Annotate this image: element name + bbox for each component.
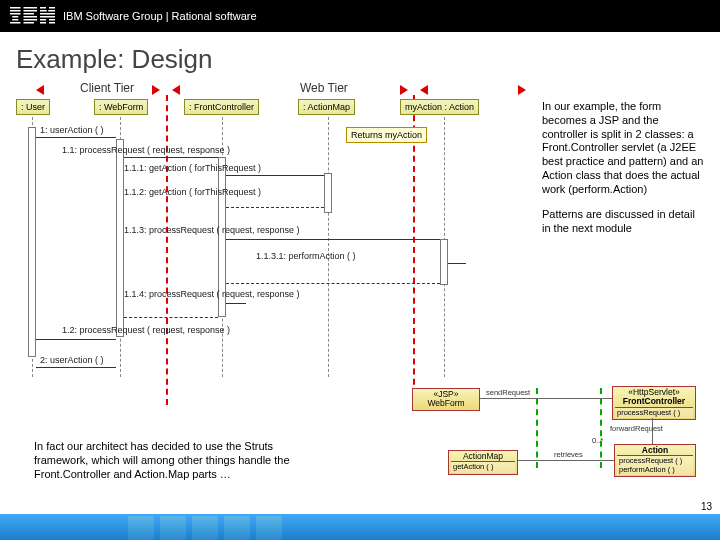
svg-rect-11 [24, 22, 35, 24]
svg-rect-14 [40, 10, 47, 12]
svg-rect-17 [40, 16, 55, 18]
svg-rect-21 [49, 22, 55, 24]
svg-rect-7 [24, 10, 38, 12]
msg-1-1-4: 1.1.4: processRequest ( request, respons… [124, 289, 300, 299]
class-actionmap: ActionMap getAction ( ) [448, 450, 518, 475]
footer-icons [128, 516, 282, 540]
arrow-icon [400, 85, 408, 95]
svg-rect-5 [10, 22, 21, 24]
svg-rect-20 [40, 22, 46, 24]
svg-rect-0 [10, 7, 21, 9]
svg-rect-8 [24, 13, 35, 15]
arrow-icon [518, 85, 526, 95]
svg-rect-2 [10, 13, 21, 15]
svg-rect-10 [24, 19, 38, 21]
footer-icon [192, 516, 218, 540]
sequence-diagram: : User : WebForm : FrontController : Act… [16, 99, 516, 399]
msg-1-1-2: 1.1.2: getAction ( forThisRequest ) [124, 187, 261, 197]
class-diagram: «JSP» WebForm «HttpServlet» FrontControl… [392, 386, 698, 498]
svg-rect-16 [40, 13, 55, 15]
svg-rect-3 [12, 16, 18, 18]
header-bar: IBM Software Group | Rational software [0, 0, 720, 32]
tier-label-client: Client Tier [80, 81, 134, 95]
footer-icon [160, 516, 186, 540]
footer-bar [0, 514, 720, 540]
msg-1-1-1: 1.1.1: getAction ( forThisRequest ) [124, 163, 261, 173]
msg-1: 1: userAction ( ) [40, 125, 104, 135]
svg-rect-4 [12, 19, 18, 21]
page-number: 13 [701, 501, 712, 512]
svg-rect-18 [40, 19, 46, 21]
svg-rect-9 [24, 16, 38, 18]
svg-rect-12 [40, 7, 46, 9]
svg-rect-6 [24, 7, 38, 9]
svg-rect-13 [49, 7, 55, 9]
class-frontcontroller: «HttpServlet» FrontController processReq… [612, 386, 696, 420]
side-text: In our example, the form becomes a JSP a… [542, 100, 706, 248]
svg-rect-1 [10, 10, 21, 12]
arrow-icon [152, 85, 160, 95]
lifeline-frontcontroller: : FrontController [184, 99, 259, 115]
page-title: Example: Design [0, 32, 720, 81]
msg-1-2: 1.2: processRequest ( request, response … [62, 325, 230, 335]
lifeline-actionmap: : ActionMap [298, 99, 355, 115]
side-paragraph-1: In our example, the form becomes a JSP a… [542, 100, 706, 196]
lifeline-webform: : WebForm [94, 99, 148, 115]
side-paragraph-2: Patterns are discussed in detail in the … [542, 208, 706, 236]
assoc-retrieves: retrieves [554, 450, 583, 459]
lifeline-user: : User [16, 99, 50, 115]
msg-1-1-3: 1.1.3: processRequest ( request, respons… [124, 225, 300, 235]
ibm-logo [10, 7, 55, 25]
class-webform: «JSP» WebForm [412, 388, 480, 411]
header-text: IBM Software Group | Rational software [63, 10, 257, 22]
note-returns-myaction: Returns myAction [346, 127, 427, 143]
lifeline-myaction: myAction : Action [400, 99, 479, 115]
arrow-icon [420, 85, 428, 95]
arrow-icon [172, 85, 180, 95]
footer-icon [256, 516, 282, 540]
msg-1-1-3-1: 1.1.3.1: performAction ( ) [256, 251, 356, 261]
assoc-sendrequest: sendRequest [486, 388, 530, 397]
footer-icon [128, 516, 154, 540]
tier-label-web: Web Tier [300, 81, 348, 95]
bottom-text: In fact our architect has decided to use… [34, 440, 324, 481]
footer-icon [224, 516, 250, 540]
msg-1-1: 1.1: processRequest ( request, response … [62, 145, 230, 155]
arrow-icon [36, 85, 44, 95]
svg-rect-15 [48, 10, 55, 12]
msg-2: 2: userAction ( ) [40, 355, 104, 365]
assoc-multiplicity: 0..* [592, 436, 603, 445]
assoc-forwardrequest: forwardRequest [610, 424, 663, 433]
svg-rect-19 [49, 19, 55, 21]
class-action: Action processRequest ( ) performAction … [614, 444, 696, 477]
